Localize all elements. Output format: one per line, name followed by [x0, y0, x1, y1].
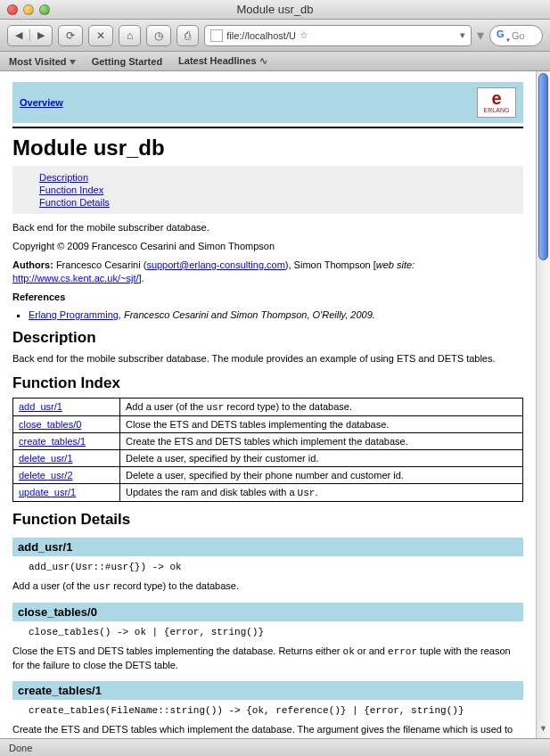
- stop-button[interactable]: ✕: [88, 25, 113, 46]
- vertical-scrollbar[interactable]: ▼: [536, 71, 550, 738]
- fn-create-tables-body: Create the ETS and DETS tables which imp…: [12, 723, 523, 738]
- module-heading: Module usr_db: [12, 136, 523, 160]
- mini-toc: Description Function Index Function Deta…: [12, 166, 523, 214]
- module-summary: Back end for the mobile subscriber datab…: [12, 221, 523, 234]
- table-row: create_tables/1Create the ETS and DETS t…: [13, 433, 523, 450]
- fn-create-tables-sig: create_tables(FileName::string()) -> {ok…: [12, 703, 523, 718]
- author-email-link[interactable]: support@erlang-consulting.com: [146, 259, 284, 270]
- browser-toolbar: ◀ ▶ ⟳ ✕ ⌂ ◷ ⎙ file://localhost/U ☆ ▾ ▾ G…: [0, 20, 550, 52]
- google-icon: [496, 29, 508, 42]
- bookmark-getting-started[interactable]: Getting Started: [92, 56, 162, 67]
- function-link[interactable]: create_tables/1: [19, 436, 86, 447]
- reference-link[interactable]: Erlang Programming: [29, 309, 119, 320]
- scroll-down-icon[interactable]: ▼: [537, 724, 550, 738]
- function-desc: Close the ETS and DETS tables implementi…: [120, 416, 523, 433]
- function-link[interactable]: close_tables/0: [19, 419, 81, 430]
- fn-close-tables-head: close_tables/0: [12, 603, 523, 621]
- clock-icon: ◷: [154, 29, 163, 42]
- references-label: References: [12, 291, 523, 304]
- table-row: close_tables/0Close the ETS and DETS tab…: [13, 416, 523, 433]
- function-desc: Updates the ram and disk tables with a U…: [120, 484, 523, 502]
- window-titlebar: Module usr_db: [0, 0, 550, 20]
- table-row: delete_usr/1Delete a user, specified by …: [13, 450, 523, 467]
- table-row: delete_usr/2Delete a user, specified by …: [13, 467, 523, 484]
- toc-function-index[interactable]: Function Index: [39, 184, 516, 196]
- function-index-table: add_usr/1Add a user (of the usr record t…: [12, 398, 523, 502]
- toc-description[interactable]: Description: [39, 171, 516, 184]
- print-icon: ⎙: [185, 29, 191, 42]
- section-function-details: Function Details: [12, 511, 523, 529]
- url-text: file://localhost/U: [226, 30, 296, 41]
- table-row: add_usr/1Add a user (of the usr record t…: [13, 399, 523, 416]
- author-website-link[interactable]: http://www.cs.kent.ac.uk/~sjt/: [12, 273, 139, 284]
- fn-close-tables-sig: close_tables() -> ok | {error, string()}: [12, 625, 523, 639]
- fn-add-usr-body: Add a user (of the usr record type) to t…: [12, 579, 523, 594]
- home-button[interactable]: ⌂: [119, 25, 141, 46]
- feed-icon[interactable]: ▾: [477, 27, 484, 44]
- fn-add-usr-sig: add_usr(Usr::#usr{}) -> ok: [12, 560, 523, 574]
- status-bar: Done: [0, 738, 550, 756]
- status-text: Done: [9, 743, 32, 753]
- scrollbar-thumb[interactable]: [538, 73, 548, 260]
- function-link[interactable]: delete_usr/1: [19, 453, 73, 464]
- print-button[interactable]: ⎙: [176, 25, 199, 46]
- reference-item: Erlang Programming, Francesco Cesarini a…: [29, 309, 523, 320]
- bookmarks-bar: Most Visited Getting Started Latest Head…: [0, 52, 550, 71]
- search-box[interactable]: Go: [489, 25, 543, 46]
- fn-close-tables-body: Close the ETS and DETS tables implementi…: [12, 645, 523, 672]
- window-title: Module usr_db: [0, 3, 550, 16]
- bookmark-star-icon[interactable]: ☆: [300, 29, 308, 41]
- url-dropdown-icon[interactable]: ▾: [460, 29, 465, 41]
- page-viewport: Overview eERLANG Module usr_db Descripti…: [0, 71, 550, 738]
- table-row: update_usr/1Updates the ram and disk tab…: [13, 484, 523, 502]
- references-list: Erlang Programming, Francesco Cesarini a…: [29, 309, 523, 320]
- section-description: Description: [12, 329, 523, 347]
- function-desc: Add a user (of the usr record type) to t…: [120, 399, 523, 416]
- fn-create-tables-head: create_tables/1: [12, 681, 523, 700]
- bookmark-latest-headlines[interactable]: Latest Headlines ∿: [178, 55, 267, 67]
- function-desc: Delete a user, specified by their custom…: [120, 450, 523, 467]
- history-button[interactable]: ◷: [146, 25, 171, 46]
- back-icon[interactable]: ◀: [8, 29, 29, 41]
- stop-icon: ✕: [96, 29, 105, 42]
- function-desc: Delete a user, specified by their phone …: [120, 467, 523, 484]
- erlang-logo: eERLANG: [477, 87, 516, 118]
- function-link[interactable]: update_usr/1: [19, 487, 76, 497]
- page-favicon: [210, 29, 223, 42]
- overview-link[interactable]: Overview: [20, 97, 63, 108]
- function-desc: Create the ETS and DETS tables which imp…: [120, 433, 523, 450]
- copyright: Copyright © 2009 Francesco Cesarini and …: [12, 240, 523, 253]
- doc-nav-top: Overview eERLANG: [12, 82, 523, 123]
- svg-marker-0: [70, 60, 76, 65]
- bookmark-most-visited[interactable]: Most Visited: [9, 56, 76, 67]
- authors-line: Authors: Francesco Cesarini (support@erl…: [12, 259, 523, 285]
- function-link[interactable]: delete_usr/2: [19, 470, 73, 481]
- rss-icon: ∿: [259, 55, 267, 66]
- reload-button[interactable]: ⟳: [58, 25, 83, 46]
- page-content: Overview eERLANG Module usr_db Descripti…: [0, 71, 536, 738]
- function-link[interactable]: add_usr/1: [19, 401, 62, 412]
- reload-icon: ⟳: [66, 29, 75, 42]
- nav-back-forward[interactable]: ◀ ▶: [7, 25, 53, 46]
- top-separator: [12, 127, 523, 128]
- forward-icon[interactable]: ▶: [29, 29, 52, 41]
- home-icon: ⌂: [127, 29, 133, 42]
- description-body: Back end for the mobile subscriber datab…: [12, 352, 523, 366]
- section-function-index: Function Index: [12, 374, 523, 392]
- url-bar[interactable]: file://localhost/U ☆ ▾: [204, 25, 472, 46]
- search-placeholder: Go: [512, 30, 525, 41]
- toc-function-details[interactable]: Function Details: [39, 196, 516, 209]
- fn-add-usr-head: add_usr/1: [12, 538, 523, 556]
